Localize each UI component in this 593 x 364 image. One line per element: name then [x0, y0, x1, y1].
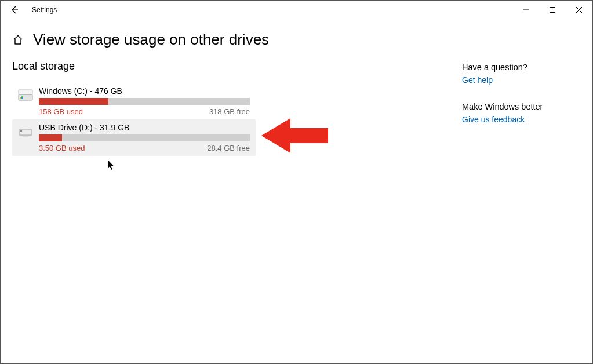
drive-row[interactable]: Windows (C:) - 476 GB 158 GB used 318 GB…	[12, 83, 256, 119]
used-text: 3.50 GB used	[39, 144, 85, 152]
get-help-link[interactable]: Get help	[462, 75, 581, 85]
section-title: Local storage	[12, 60, 256, 72]
free-text: 28.4 GB free	[207, 144, 250, 152]
used-text: 158 GB used	[39, 107, 83, 116]
svg-rect-14	[20, 130, 22, 132]
feedback-heading: Make Windows better	[462, 102, 581, 111]
usage-bar-fill	[39, 134, 62, 141]
free-text: 318 GB free	[209, 107, 250, 116]
svg-rect-2	[550, 8, 555, 13]
drive-name: Windows (C:) - 476 GB	[39, 86, 250, 96]
app-title: Settings	[32, 6, 57, 14]
annotation-arrow	[261, 115, 331, 158]
window-controls	[512, 1, 592, 19]
home-icon	[12, 34, 24, 46]
drive-row[interactable]: USB Drive (D:) - 31.9 GB 3.50 GB used 28…	[12, 119, 256, 156]
help-heading: Have a question?	[462, 63, 581, 72]
feedback-link[interactable]: Give us feedback	[462, 115, 581, 124]
close-icon	[576, 7, 582, 13]
minimize-icon	[523, 7, 529, 13]
page-header: View storage usage on other drives	[1, 19, 592, 54]
usb-drive-icon	[12, 123, 39, 152]
back-button[interactable]	[1, 1, 28, 19]
title-bar: Settings	[1, 1, 592, 19]
svg-rect-10	[20, 97, 22, 99]
svg-rect-13	[19, 129, 32, 135]
svg-rect-8	[20, 96, 22, 98]
drive-name: USB Drive (D:) - 31.9 GB	[39, 123, 250, 132]
svg-marker-15	[261, 118, 328, 153]
close-button[interactable]	[566, 1, 592, 19]
mouse-cursor	[108, 160, 115, 173]
internal-drive-icon	[12, 86, 39, 116]
usage-bar	[39, 134, 250, 141]
svg-rect-9	[21, 96, 23, 98]
minimize-button[interactable]	[512, 1, 539, 19]
maximize-button[interactable]	[539, 1, 566, 19]
usage-bar-fill	[39, 98, 108, 105]
svg-rect-11	[21, 97, 23, 99]
usage-bar	[39, 98, 250, 105]
arrow-left-icon	[10, 5, 19, 14]
svg-rect-6	[19, 90, 32, 94]
maximize-icon	[550, 7, 555, 13]
page-title: View storage usage on other drives	[33, 31, 269, 49]
home-button[interactable]	[12, 34, 24, 46]
